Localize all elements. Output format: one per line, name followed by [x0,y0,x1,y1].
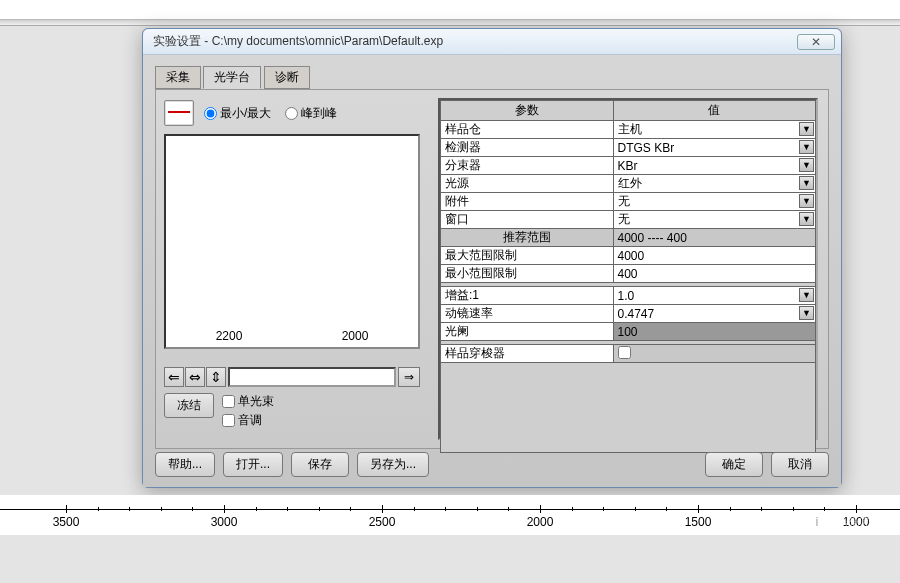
arrow-hstretch-icon[interactable]: ⇔ [185,367,205,387]
tab-bar: 采集 光学台 诊断 [155,65,829,85]
tab-diagnose[interactable]: 诊断 [264,66,310,89]
preview-x-axis: 2200 2000 [166,329,418,343]
chevron-down-icon[interactable]: ▼ [799,176,814,190]
table-row: 分束器KBr▼ [441,157,816,175]
tab-collect[interactable]: 采集 [155,66,201,89]
close-button[interactable]: ✕ [797,34,835,50]
table-row: 最大范围限制4000 [441,247,816,265]
shuttle-checkbox[interactable] [618,346,631,359]
ok-button[interactable]: 确定 [705,452,763,477]
radio-peak-to-peak[interactable]: 峰到峰 [285,106,337,120]
table-row: 检测器DTGS KBr▼ [441,139,816,157]
open-button[interactable]: 打开... [223,452,283,477]
dialog-button-row: 帮助... 打开... 保存 另存为... 确定 取消 [155,452,829,477]
chevron-down-icon[interactable]: ▼ [799,288,814,302]
table-row: 动镜速率0.4747▼ [441,305,816,323]
ruler-label: 2000 [527,515,554,529]
table-row: 推荐范围4000 ---- 400 [441,229,816,247]
save-button[interactable]: 保存 [291,452,349,477]
arrow-vstretch-icon[interactable]: ⇕ [206,367,226,387]
check-single-beam[interactable]: 单光束 [222,393,274,410]
ruler-label: 1500 [685,515,712,529]
close-icon: ✕ [811,35,821,49]
ruler-label: 3500 [53,515,80,529]
titlebar: 实验设置 - C:\my documents\omnic\Param\Defau… [143,29,841,55]
arrow-left-icon[interactable]: ⇐ [164,367,184,387]
help-button[interactable]: 帮助... [155,452,215,477]
table-row: 光阑100 [441,323,816,341]
col-param: 参数 [441,101,614,121]
chevron-down-icon[interactable]: ▼ [799,212,814,226]
chevron-down-icon[interactable]: ▼ [799,194,814,208]
window-title: 实验设置 - C:\my documents\omnic\Param\Defau… [149,33,797,50]
saveas-button[interactable]: 另存为... [357,452,429,477]
freeze-button[interactable]: 冻结 [164,393,214,418]
table-row: 样品穿梭器 [441,345,816,363]
ruler-label: 1000 [843,515,870,529]
chevron-down-icon[interactable]: ▼ [799,140,814,154]
table-row: 附件无▼ [441,193,816,211]
chevron-down-icon[interactable]: ▼ [799,158,814,172]
chevron-down-icon[interactable]: ▼ [799,122,814,136]
col-value: 值 [613,101,816,121]
ruler-label: 2500 [369,515,396,529]
check-tone[interactable]: 音调 [222,412,274,429]
tab-optical[interactable]: 光学台 [203,66,261,89]
parameter-table: 参数值 样品仓主机▼ 检测器DTGS KBr▼ 分束器KBr▼ 光源红外▼ 附件… [440,100,816,363]
experiment-setup-dialog: 实验设置 - C:\my documents\omnic\Param\Defau… [142,28,842,488]
range-input[interactable] [228,367,396,387]
arrow-right-icon[interactable]: ⇒ [398,367,420,387]
radio-minmax[interactable]: 最小/最大 [204,106,271,120]
table-row: 窗口无▼ [441,211,816,229]
table-row: 最小范围限制400 [441,265,816,283]
ruler-label: 3000 [211,515,238,529]
waveform-icon[interactable] [164,100,194,126]
cancel-button[interactable]: 取消 [771,452,829,477]
display-mode-radio: 最小/最大 峰到峰 [204,105,347,122]
optical-panel: 最小/最大 峰到峰 2200 2000 ⇐ ⇔ [155,89,829,449]
wavenumber-ruler: 350030002500200015001000 [0,495,900,535]
spectrum-preview[interactable]: 2200 2000 [164,134,420,349]
chevron-down-icon[interactable]: ▼ [799,306,814,320]
table-row: 光源红外▼ [441,175,816,193]
parameter-panel: 参数值 样品仓主机▼ 检测器DTGS KBr▼ 分束器KBr▼ 光源红外▼ 附件… [438,98,818,440]
table-row: 增益:11.0▼ [441,287,816,305]
table-row: 样品仓主机▼ [441,121,816,139]
